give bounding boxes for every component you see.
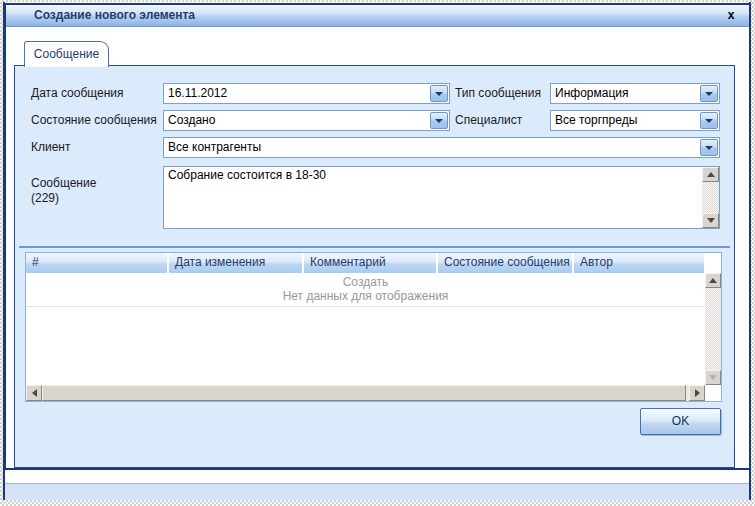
arrow-down-icon [709,375,717,380]
arrow-left-icon [32,389,37,397]
page-footer-strip [5,483,749,500]
message-label: Сообщение [31,176,96,191]
scroll-right-button[interactable] [689,385,705,401]
chevron-down-icon [435,119,443,123]
empty-data-message: Нет данных для отображения [26,289,705,303]
client-label: Клиент [31,137,71,158]
column-header-number[interactable]: # [26,253,169,273]
chevron-down-icon [435,92,443,96]
grid-header-row: # Дата изменения Комментарий Состояние с… [26,253,721,273]
ok-button[interactable]: OK [640,408,721,435]
history-grid: # Дата изменения Комментарий Состояние с… [25,252,722,402]
screenshot-stage: Создание нового элемента x Сообщение Дат… [0,0,755,506]
scroll-up-button[interactable] [705,273,721,288]
grid-horizontal-scrollbar[interactable] [26,385,705,401]
chevron-down-icon [705,146,713,150]
type-value: Информация [555,84,699,103]
type-combobox[interactable]: Информация [550,83,720,104]
chevron-down-icon [705,92,713,96]
scroll-up-button[interactable] [702,167,719,182]
client-value: Все контрагенты [168,138,699,157]
scroll-down-button[interactable] [702,213,719,228]
create-link[interactable]: Создать [26,275,705,289]
arrow-up-icon [709,278,717,283]
grid-row-line [26,306,705,307]
create-element-dialog: Создание нового элемента x Сообщение Дат… [4,3,751,470]
section-separator [19,246,730,248]
date-value: 16.11.2012 [168,84,429,103]
arrow-right-icon [695,389,700,397]
date-label: Дата сообщения [31,83,124,104]
message-textarea-frame: Собрание состоится в 18-30 [163,166,720,229]
state-dropdown-button[interactable] [430,112,448,129]
state-value: Создано [168,111,429,130]
state-label: Состояние сообщения [31,110,157,131]
specialist-combobox[interactable]: Все торгпреды [550,110,720,131]
date-combobox[interactable]: 16.11.2012 [163,83,450,104]
state-combobox[interactable]: Создано [163,110,450,131]
specialist-dropdown-button[interactable] [700,112,718,129]
grid-vertical-scrollbar[interactable] [705,273,721,385]
column-header-state[interactable]: Состояние сообщения [438,253,574,273]
tab-message[interactable]: Сообщение [24,41,109,67]
type-label: Тип сообщения [455,83,541,104]
chevron-down-icon [705,119,713,123]
column-header-comment[interactable]: Комментарий [304,253,438,273]
scroll-left-button[interactable] [26,385,42,401]
client-combobox[interactable]: Все контрагенты [163,137,720,158]
grid-body: Создать Нет данных для отображения [26,273,705,385]
message-form-panel: Дата сообщения 16.11.2012 Тип сообщения … [14,65,735,468]
dialog-titlebar[interactable]: Создание нового элемента x [6,5,749,27]
scroll-down-button[interactable] [705,370,721,385]
message-vertical-scrollbar[interactable] [702,167,719,228]
message-textarea[interactable]: Собрание состоится в 18-30 [164,167,702,228]
type-dropdown-button[interactable] [700,85,718,102]
tab-message-label: Сообщение [34,47,99,61]
horizontal-scroll-thumb[interactable] [42,385,686,401]
close-icon[interactable]: x [723,7,739,23]
message-counter: (229) [31,191,59,206]
specialist-value: Все торгпреды [555,111,699,130]
specialist-label: Специалист [455,110,522,131]
column-header-author[interactable]: Автор [574,253,706,273]
date-dropdown-button[interactable] [430,85,448,102]
dialog-title: Создание нового элемента [34,8,195,22]
column-header-filler [706,253,721,273]
column-header-change-date[interactable]: Дата изменения [169,253,304,273]
arrow-up-icon [707,172,715,177]
arrow-down-icon [707,218,715,223]
client-dropdown-button[interactable] [700,139,718,156]
